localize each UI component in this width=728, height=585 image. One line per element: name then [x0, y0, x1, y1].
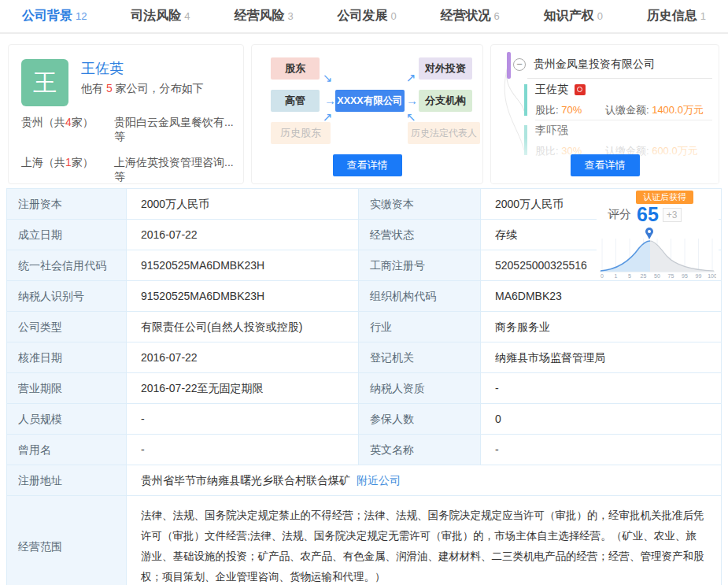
- table-row-address: 注册地址 贵州省毕节市纳雍县曙光乡联合村联合煤矿附近公司: [7, 465, 722, 496]
- node-outbound-investment: 对外投资: [419, 57, 472, 80]
- tab-count: 12: [76, 10, 87, 22]
- table-value-cell: 91520525MA6DMBK23H: [127, 281, 359, 312]
- node-executive: 高管: [271, 90, 320, 112]
- tab-operation-status[interactable]: 经营状况6: [433, 8, 508, 24]
- summary-suffix: 家公司，分布如下: [113, 82, 204, 94]
- node-history-legal-rep: 历史法定代表人: [408, 122, 480, 144]
- table-label-cell: 核准日期: [7, 342, 127, 373]
- table-row: 营业期限 2016-07-22至无固定期限 纳税人资质 -: [7, 373, 722, 404]
- table-value-cell: 有限责任公司(自然人投资或控股): [127, 312, 359, 342]
- equity-company-name[interactable]: 贵州金凤皇投资有限公司: [534, 57, 655, 72]
- table-value-cell: 商务服务业: [481, 312, 722, 342]
- table-label-cell: 纳税人资质: [359, 373, 481, 404]
- table-value-cell: 2016-07-22: [127, 220, 359, 250]
- score-label: 评分: [608, 207, 631, 222]
- table-value-cell: 2000万人民币: [127, 189, 359, 220]
- graph-view-details-button[interactable]: 查看详情: [333, 154, 402, 176]
- tab-count: 3: [287, 10, 293, 22]
- business-scope-text: 法律、法规、国务院决定规定禁止的不得经营；法律、法规、国务院决定规定应当许可（审…: [127, 496, 722, 585]
- tab-label: 知识产权: [544, 9, 594, 22]
- company-level-bar: [507, 52, 511, 79]
- table-value-cell: -: [127, 435, 359, 465]
- tab-operation-risk[interactable]: 经营风险3: [226, 8, 301, 24]
- shareholder-name[interactable]: 李吓强: [535, 124, 698, 138]
- table-value-cell: 91520525MA6DMBK23H: [127, 250, 359, 281]
- svg-text:95: 95: [682, 273, 688, 279]
- tab-label: 公司发展: [338, 9, 388, 22]
- svg-text:99: 99: [696, 273, 702, 279]
- equity-view-details-button[interactable]: 查看详情: [571, 154, 640, 176]
- table-label-cell: 英文名称: [359, 435, 481, 465]
- shareholder-level-bar: [524, 84, 527, 116]
- tab-bar: 公司背景12 司法风险4 经营风险3 公司发展0 经营状况6 知识产权0 历史信…: [0, 0, 728, 34]
- table-label-cell: 曾用名: [7, 435, 127, 465]
- divider: [527, 78, 712, 79]
- table-label-cell: 人员规模: [7, 404, 127, 435]
- table-label-cell: 营业期限: [7, 373, 127, 404]
- tab-label: 历史信息: [647, 9, 697, 22]
- summary-cards: 王 王佐英 他有 5 家公司，分布如下 贵州（共4家） 贵阳白云金凤皇餐饮有..…: [0, 34, 728, 184]
- table-label-cell: 统一社会信用代码: [7, 250, 127, 281]
- table-row: 人员规模 - 参保人数 0: [7, 404, 722, 435]
- svg-text:25: 25: [641, 273, 647, 279]
- table-value-cell: 0: [481, 404, 722, 435]
- svg-text:0: 0: [601, 273, 604, 279]
- address-text: 贵州省毕节市纳雍县曙光乡联合村联合煤矿: [141, 474, 350, 487]
- divider: [535, 120, 712, 120]
- region-row: 贵州（共4家） 贵阳白云金凤皇餐饮有...等: [21, 116, 237, 144]
- avatar: 王: [21, 59, 68, 106]
- arrow-icon: →: [324, 94, 336, 107]
- collapse-icon[interactable]: −: [513, 58, 526, 71]
- table-value-cell: 2016-07-22: [127, 342, 359, 373]
- boss-name-link[interactable]: 王佐英: [81, 59, 124, 78]
- summary-count: 5: [106, 82, 113, 94]
- tab-count: 4: [184, 10, 190, 22]
- summary-prefix: 他有: [81, 82, 106, 94]
- table-value-cell: MA6DMBK23: [481, 281, 722, 312]
- tab-label: 经营风险: [234, 9, 284, 22]
- arrow-icon: →: [406, 94, 418, 107]
- tab-label: 公司背景: [22, 9, 72, 22]
- region-companies[interactable]: 上海佐英投资管理咨询...等: [114, 156, 237, 184]
- tab-history-info[interactable]: 历史信息1: [639, 8, 714, 24]
- shareholder-name[interactable]: 王佐英: [535, 83, 704, 97]
- tab-judicial-risk[interactable]: 司法风险4: [123, 8, 198, 24]
- score-distribution-chart: 0 1 5 25 50 75 95 99 100: [598, 226, 716, 280]
- tab-count: 1: [700, 10, 706, 22]
- score-bonus-badge: +3: [663, 208, 682, 222]
- table-value-cell: 2016-07-22至无固定期限: [127, 373, 359, 404]
- region-distribution: 贵州（共4家） 贵阳白云金凤皇餐饮有...等 上海（共1家） 上海佐英投资管理咨…: [21, 116, 237, 184]
- equity-structure-card: − 贵州金凤皇投资有限公司 王佐英 股比: 70% 认缴金额: 1400.0万元…: [490, 44, 719, 184]
- table-value-cell: -: [127, 404, 359, 435]
- table-value-cell: 纳雍县市场监督管理局: [481, 342, 722, 373]
- svg-text:100: 100: [708, 273, 716, 279]
- nearby-companies-link[interactable]: 附近公司: [357, 474, 401, 487]
- arrow-icon: ↘: [323, 71, 333, 85]
- table-row: 核准日期 2016-07-22 登记机关 纳雍县市场监督管理局: [7, 342, 722, 373]
- region-label: 上海（共1家）: [21, 156, 114, 184]
- tab-label: 司法风险: [131, 9, 181, 22]
- chart-axis-labels: 0 1 5 25 50 75 95 99 100: [601, 273, 716, 279]
- table-value-cell: 贵州省毕节市纳雍县曙光乡联合村联合煤矿附近公司: [127, 465, 722, 496]
- tab-intellectual-property[interactable]: 知识产权0: [536, 8, 611, 24]
- score-value: 65: [637, 203, 659, 226]
- table-label-cell: 参保人数: [359, 404, 481, 435]
- business-info-table: 注册资本 2000万人民币 实缴资本 2000万人民币 成立日期 2016-07…: [6, 188, 722, 585]
- boss-summary: 他有 5 家公司，分布如下: [81, 82, 204, 96]
- tab-count: 0: [391, 10, 397, 22]
- region-companies[interactable]: 贵阳白云金凤皇餐饮有...等: [114, 116, 237, 144]
- equity-company-row: − 贵州金凤皇投资有限公司: [513, 57, 655, 72]
- relationship-graph-card: 股东 高管 历史股东 XXXX有限公司 对外投资 分支机构 历史法定代表人 ↘ …: [251, 44, 483, 184]
- company-profile-page: 公司背景12 司法风险4 经营风险3 公司发展0 经营状况6 知识产权0 历史信…: [0, 0, 728, 585]
- tab-company-development[interactable]: 公司发展0: [330, 8, 405, 24]
- table-label-cell: 注册地址: [7, 465, 127, 496]
- tab-count: 0: [597, 10, 603, 22]
- company-score-widget: 认证后获得 评分 65 +3: [597, 191, 719, 280]
- arrow-icon: ↖: [406, 110, 416, 124]
- arrow-icon: ↗: [406, 71, 416, 85]
- controller-badge-icon: [575, 84, 586, 95]
- table-value-cell: -: [481, 435, 722, 465]
- tab-count: 6: [494, 10, 500, 22]
- tab-company-background[interactable]: 公司背景12: [14, 8, 94, 24]
- svg-text:75: 75: [668, 273, 674, 279]
